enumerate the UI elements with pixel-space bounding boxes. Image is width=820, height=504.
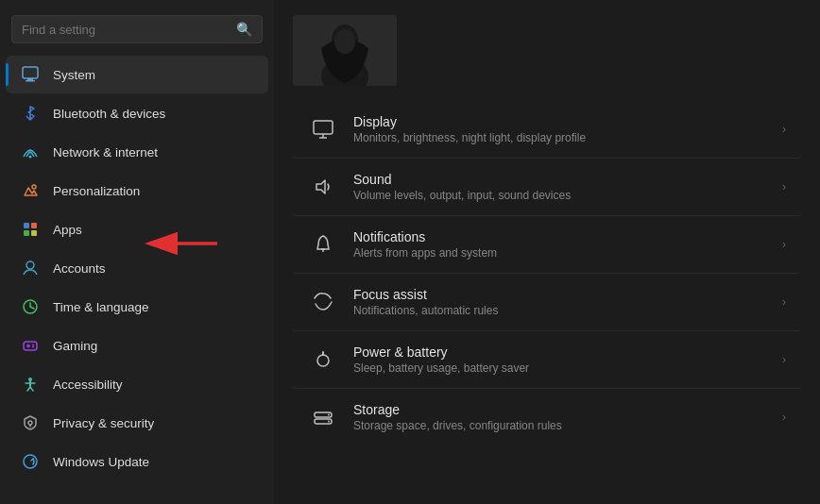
notifications-text: NotificationsAlerts from apps and system xyxy=(353,229,497,260)
focus-title: Focus assist xyxy=(353,287,498,302)
settings-list: DisplayMonitors, brightness, night light… xyxy=(293,101,801,445)
accessibility-icon xyxy=(21,375,40,394)
svg-point-9 xyxy=(26,261,34,269)
sidebar-item-accessibility[interactable]: Accessibility xyxy=(6,365,268,403)
settings-item-notifications[interactable]: NotificationsAlerts from apps and system… xyxy=(293,216,801,274)
display-chevron-icon: › xyxy=(782,123,786,136)
apps-icon xyxy=(21,220,40,239)
network-icon xyxy=(21,143,40,161)
sidebar-item-accounts[interactable]: Accounts xyxy=(6,249,268,287)
storage-text: StorageStorage space, drives, configurat… xyxy=(353,402,562,432)
storage-desc: Storage space, drives, configuration rul… xyxy=(353,419,562,432)
power-text: Power & batterySleep, battery usage, bat… xyxy=(353,344,529,375)
svg-point-14 xyxy=(32,344,34,346)
svg-rect-1 xyxy=(27,78,33,80)
svg-line-20 xyxy=(30,387,33,391)
power-chevron-icon: › xyxy=(782,353,786,366)
svg-marker-31 xyxy=(316,180,325,193)
svg-point-4 xyxy=(32,185,36,189)
system-icon xyxy=(21,65,40,84)
sound-text: SoundVolume levels, output, input, sound… xyxy=(353,172,571,202)
focus-settings-icon xyxy=(308,287,338,317)
sidebar-item-system[interactable]: System xyxy=(6,56,268,93)
focus-chevron-icon: › xyxy=(782,295,786,309)
svg-rect-5 xyxy=(24,223,29,228)
sidebar-item-update[interactable]: Windows Update xyxy=(6,443,268,480)
notifications-chevron-icon: › xyxy=(782,238,786,251)
power-title: Power & battery xyxy=(353,344,529,360)
svg-rect-2 xyxy=(26,80,35,82)
privacy-icon xyxy=(21,413,40,432)
accounts-icon xyxy=(21,259,40,277)
search-bar[interactable]: 🔍 xyxy=(11,15,263,43)
svg-rect-7 xyxy=(24,230,29,236)
nav-list: SystemBluetooth & devicesNetwork & inter… xyxy=(0,55,274,481)
sidebar-item-label-privacy: Privacy & security xyxy=(53,416,154,430)
sidebar-item-label-update: Windows Update xyxy=(53,455,149,469)
display-settings-icon xyxy=(308,114,338,144)
power-settings-icon xyxy=(308,344,338,375)
sidebar-item-time[interactable]: Time & language xyxy=(6,288,268,326)
sidebar: 🔍 SystemBluetooth & devicesNetwork & int… xyxy=(0,0,274,504)
search-icon: 🔍 xyxy=(236,22,252,37)
sound-settings-icon xyxy=(308,172,338,202)
sidebar-item-privacy[interactable]: Privacy & security xyxy=(6,404,268,442)
sound-title: Sound xyxy=(353,172,571,187)
display-title: Display xyxy=(353,114,586,129)
svg-rect-0 xyxy=(23,67,38,78)
sidebar-item-label-personalization: Personalization xyxy=(53,184,140,198)
sidebar-item-gaming[interactable]: Gaming xyxy=(6,327,268,364)
avatar-svg xyxy=(293,15,397,86)
display-text: DisplayMonitors, brightness, night light… xyxy=(353,114,586,144)
sidebar-item-label-network: Network & internet xyxy=(53,145,158,160)
svg-point-3 xyxy=(29,156,32,159)
settings-item-focus[interactable]: Focus assistNotifications, automatic rul… xyxy=(293,274,801,331)
svg-point-39 xyxy=(328,421,330,423)
svg-rect-6 xyxy=(31,223,37,228)
svg-point-34 xyxy=(317,355,329,366)
main-content: DisplayMonitors, brightness, night light… xyxy=(274,0,820,504)
personalization-icon xyxy=(21,181,40,200)
sidebar-item-label-accessibility: Accessibility xyxy=(53,378,123,392)
sidebar-item-label-bluetooth: Bluetooth & devices xyxy=(53,107,165,121)
sidebar-item-label-apps: Apps xyxy=(53,223,82,237)
power-desc: Sleep, battery usage, battery saver xyxy=(353,361,529,375)
svg-rect-28 xyxy=(314,121,333,134)
update-icon xyxy=(21,452,40,471)
settings-item-power[interactable]: Power & batterySleep, battery usage, bat… xyxy=(293,331,801,389)
svg-point-15 xyxy=(32,346,34,348)
display-desc: Monitors, brightness, night light, displ… xyxy=(353,131,586,144)
sidebar-item-label-gaming: Gaming xyxy=(53,339,97,353)
sound-chevron-icon: › xyxy=(782,180,786,193)
storage-settings-icon xyxy=(308,402,338,432)
sound-desc: Volume levels, output, input, sound devi… xyxy=(353,189,571,202)
sidebar-item-bluetooth[interactable]: Bluetooth & devices xyxy=(6,94,268,132)
gaming-icon xyxy=(21,336,40,355)
avatar-image xyxy=(293,15,397,86)
bluetooth-icon xyxy=(21,104,40,123)
sidebar-item-label-time: Time & language xyxy=(53,300,149,314)
storage-chevron-icon: › xyxy=(782,411,786,424)
notifications-settings-icon xyxy=(308,229,338,260)
storage-title: Storage xyxy=(353,402,562,417)
notifications-title: Notifications xyxy=(353,229,497,244)
svg-rect-8 xyxy=(31,230,37,236)
svg-point-23 xyxy=(24,455,37,468)
settings-item-display[interactable]: DisplayMonitors, brightness, night light… xyxy=(293,101,801,159)
svg-point-27 xyxy=(334,29,355,54)
sidebar-item-label-accounts: Accounts xyxy=(53,261,106,276)
notifications-desc: Alerts from apps and system xyxy=(353,246,497,260)
sidebar-item-label-system: System xyxy=(53,68,95,82)
search-input[interactable] xyxy=(22,23,229,37)
sidebar-item-network[interactable]: Network & internet xyxy=(6,133,268,171)
avatar-area xyxy=(293,15,801,86)
focus-text: Focus assistNotifications, automatic rul… xyxy=(353,287,498,317)
focus-desc: Notifications, automatic rules xyxy=(353,304,498,317)
settings-item-storage[interactable]: StorageStorage space, drives, configurat… xyxy=(293,389,801,445)
svg-point-38 xyxy=(328,414,330,416)
sidebar-item-apps[interactable]: Apps xyxy=(6,210,268,248)
settings-item-sound[interactable]: SoundVolume levels, output, input, sound… xyxy=(293,159,801,216)
sidebar-item-personalization[interactable]: Personalization xyxy=(6,172,268,210)
time-icon xyxy=(21,297,40,316)
